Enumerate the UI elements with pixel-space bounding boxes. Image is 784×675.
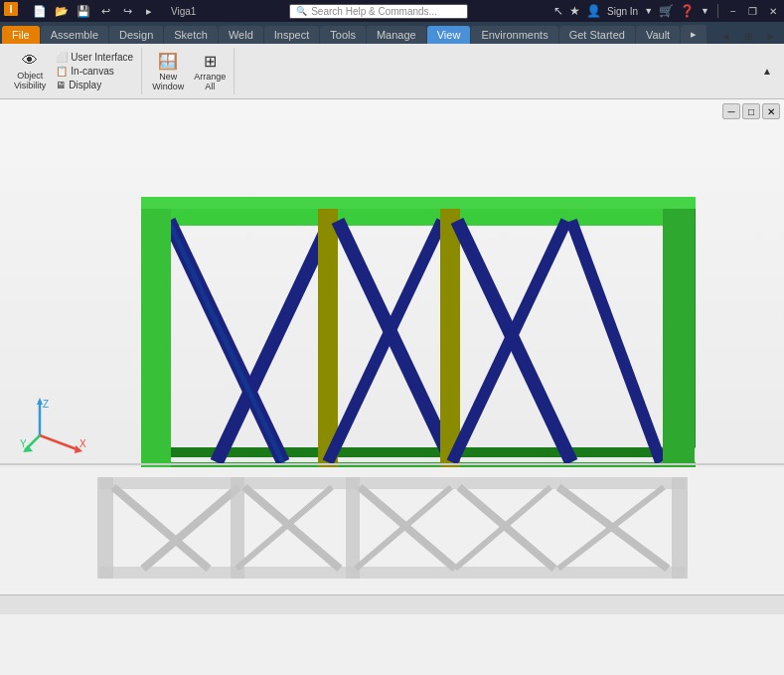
redo-button[interactable]: ↪	[117, 2, 137, 20]
save-button[interactable]: 💾	[74, 2, 93, 20]
help-icon[interactable]: ❓	[680, 4, 695, 18]
incanvas-icon: 📋	[56, 66, 68, 77]
preview-bottom-beam	[99, 567, 686, 579]
object-visibility-label: Object	[17, 71, 43, 81]
new-window-btn[interactable]: 🪟 New Window	[148, 50, 188, 93]
x-axis-line	[40, 435, 79, 450]
coordinate-axes: Z X Y	[20, 396, 89, 455]
tab-design[interactable]: Design	[109, 26, 163, 44]
preview-right-end	[672, 477, 688, 579]
front-right-panel2	[663, 209, 695, 472]
restore-button[interactable]: ❐	[746, 4, 760, 18]
ribbon-content: 👁 Object Visibility ⬜ User Interface 📋 I…	[0, 44, 784, 99]
tab-tools[interactable]: Tools	[320, 26, 366, 44]
more-button[interactable]: ▸	[139, 2, 159, 20]
diagonal-4	[328, 221, 442, 462]
sign-in-text[interactable]: Sign In	[607, 6, 638, 17]
bottom-preview-area	[0, 467, 784, 594]
title-bar: I 📄 📂 💾 ↩ ↪ ▸ Viga1 🔍 Search Help & Comm…	[0, 0, 784, 22]
arrange-icon: ⊞	[204, 52, 217, 71]
z-axis-label: Z	[43, 399, 49, 410]
app-title: Viga1	[171, 6, 196, 17]
ribbon-tabs: File Assemble Design Sketch Weld Inspect…	[0, 22, 784, 44]
preview-svg	[0, 467, 784, 594]
tab-manage[interactable]: Manage	[367, 26, 426, 44]
ribbon-group-visibility: 👁 Object Visibility ⬜ User Interface 📋 I…	[6, 48, 142, 94]
preview-top-beam	[99, 477, 686, 489]
vertical-1	[318, 209, 338, 472]
front-left-panel2	[141, 209, 171, 472]
object-visibility-sub: Visibility	[14, 81, 46, 90]
help-dropdown[interactable]: ▼	[701, 6, 709, 16]
tab-view[interactable]: View	[427, 26, 471, 44]
new-window-icon: 🪟	[158, 52, 178, 71]
arrow-dropdown[interactable]: ▼	[644, 6, 653, 16]
tab-weld[interactable]: Weld	[219, 26, 263, 44]
new-button[interactable]: 📄	[30, 2, 50, 20]
user-interface-btn[interactable]: ⬜ User Interface	[52, 51, 137, 64]
main-viewport: ─ □ ✕	[0, 99, 784, 594]
tab-vault[interactable]: Vault	[636, 26, 680, 44]
favorites-icon: ★	[569, 4, 580, 18]
cart-icon[interactable]: 🛒	[659, 4, 674, 18]
separator	[717, 4, 718, 18]
tab-assemble[interactable]: Assemble	[41, 26, 108, 44]
ribbon-collapse-btn[interactable]: ▲	[756, 64, 778, 79]
ribbon-next[interactable]: ►	[760, 29, 782, 44]
tab-overflow[interactable]: ▸	[681, 25, 706, 44]
new-window-sub: Window	[152, 82, 184, 91]
undo-button[interactable]: ↩	[95, 2, 115, 20]
window-buttons: 🪟 New Window ⊞ Arrange All	[148, 50, 230, 93]
close-button[interactable]: ✕	[766, 4, 780, 18]
incanvas-btn[interactable]: 📋 In-canvas	[52, 65, 137, 78]
ribbon-group-windows: 🪟 New Window ⊞ Arrange All	[144, 48, 235, 94]
user-icon: 👤	[586, 4, 601, 18]
axes-svg: Z X Y	[20, 396, 89, 455]
display-tools-btn[interactable]: 🖥 Display	[52, 79, 137, 91]
diagonal-7	[571, 221, 661, 462]
search-icon: 🔍	[296, 6, 307, 16]
x-axis-label: X	[79, 438, 86, 449]
ribbon-right-nav: ▲	[756, 64, 778, 79]
visibility-buttons: 👁 Object Visibility ⬜ User Interface 📋 I…	[10, 50, 137, 92]
cursor-icon: ↖	[553, 4, 563, 18]
ribbon-prev[interactable]: ◄	[714, 29, 736, 44]
inventor-icon: I	[4, 2, 18, 16]
display-icon: 🖥	[56, 80, 66, 90]
app-icon: I	[4, 2, 22, 20]
preview-left-end	[97, 477, 113, 579]
arrange-label: Arrange	[194, 72, 226, 82]
prev-diag-4	[236, 487, 332, 569]
tab-sketch[interactable]: Sketch	[164, 26, 218, 44]
small-buttons: ⬜ User Interface 📋 In-canvas 🖥 Display	[52, 51, 137, 91]
prev-diag-3	[244, 487, 340, 569]
viewport-controls: ─ □ ✕	[722, 103, 780, 119]
viewport-divider	[0, 463, 784, 465]
arrange-sub: All	[205, 82, 215, 91]
ribbon-nav: ◄ ⊞ ►	[714, 29, 782, 44]
minimize-button[interactable]: −	[726, 4, 740, 18]
title-bar-left: I 📄 📂 💾 ↩ ↪ ▸ Viga1	[4, 2, 204, 20]
back-bottom-chord	[149, 447, 696, 457]
object-visibility-btn[interactable]: 👁 Object Visibility	[10, 50, 50, 92]
diagonal-2	[217, 221, 331, 462]
title-bar-right: ↖ ★ 👤 Sign In ▼ 🛒 ❓ ▼ − ❐ ✕	[553, 4, 780, 18]
tab-get-started[interactable]: Get Started	[559, 26, 635, 44]
open-button[interactable]: 📂	[52, 2, 72, 20]
eye-icon: 👁	[22, 52, 38, 70]
top-flange	[141, 197, 696, 209]
tab-environments[interactable]: Environments	[471, 26, 557, 44]
status-bar	[0, 594, 784, 614]
diagonal-3	[338, 221, 452, 462]
vertical-2	[440, 209, 460, 472]
y-axis-label: Y	[20, 438, 27, 449]
tab-inspect[interactable]: Inspect	[264, 26, 319, 44]
arrange-all-btn[interactable]: ⊞ Arrange All	[190, 50, 230, 93]
search-bar[interactable]: 🔍 Search Help & Commands...	[289, 4, 468, 19]
new-window-label: New	[159, 72, 177, 82]
ribbon-tools-btn[interactable]: ⊞	[738, 29, 758, 44]
viewport-restore-btn[interactable]: □	[742, 103, 760, 119]
tab-file[interactable]: File	[2, 26, 40, 44]
viewport-minimize-btn[interactable]: ─	[722, 103, 740, 119]
viewport-close-btn[interactable]: ✕	[762, 103, 780, 119]
